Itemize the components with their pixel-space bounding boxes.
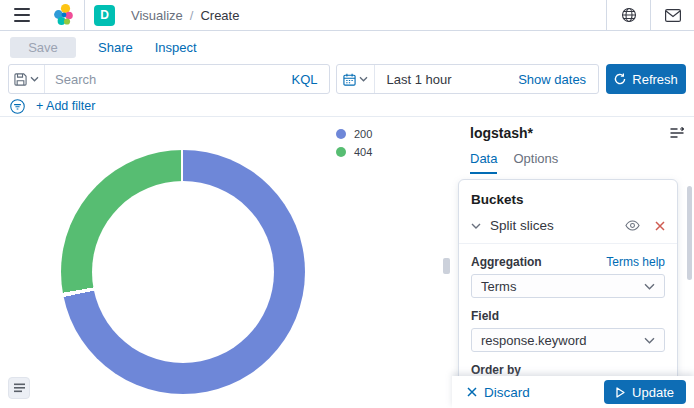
legend-swatch [336, 147, 346, 157]
donut-hole [92, 181, 274, 363]
field-label: Field [471, 309, 499, 323]
legend-label: 200 [354, 128, 372, 140]
save-icon [14, 73, 27, 86]
show-dates-button[interactable]: Show dates [518, 72, 598, 87]
panel-title-row: logstash* [470, 125, 684, 141]
legend-item[interactable]: 200 [336, 128, 372, 140]
menu-right-icon [670, 127, 684, 139]
share-button[interactable]: Share [98, 40, 133, 55]
hamburger-icon [14, 8, 30, 22]
refresh-icon [614, 73, 626, 85]
cloud-deployment-button[interactable] [607, 0, 650, 30]
close-icon [467, 387, 477, 397]
list-icon [14, 383, 25, 394]
chart-legend: 200 404 [336, 128, 372, 158]
chevron-down-icon [644, 337, 655, 344]
refresh-label: Refresh [632, 72, 678, 87]
query-bar: KQL Last 1 hour Show dates Refresh [8, 64, 686, 94]
filter-bar: + Add filter [10, 97, 95, 115]
buckets-title: Buckets [471, 192, 665, 207]
breadcrumb: Visualize / Create [131, 8, 239, 23]
save-button[interactable]: Save [10, 37, 76, 58]
filter-circle-icon [10, 99, 25, 114]
panel-scrollbar-thumb[interactable] [687, 186, 692, 280]
donut-ring[interactable] [61, 150, 305, 394]
filter-options-button[interactable] [10, 99, 25, 114]
chevron-down-icon [30, 76, 39, 82]
chevron-down-icon[interactable] [471, 223, 481, 229]
elastic-logo-icon [52, 3, 76, 27]
header-divider [84, 0, 85, 30]
split-slices-row[interactable]: Split slices [471, 218, 665, 233]
time-range-value[interactable]: Last 1 hour [375, 72, 452, 87]
update-button[interactable]: Update [604, 380, 686, 404]
mail-icon [665, 9, 681, 22]
index-pattern-title: logstash* [470, 125, 533, 141]
breadcrumb-create: Create [200, 8, 239, 23]
search-input[interactable] [45, 72, 292, 87]
aggregation-select[interactable]: Terms [471, 274, 665, 298]
order-by-label: Order by [471, 363, 521, 377]
aggregation-label: Aggregation [471, 255, 542, 269]
field-select[interactable]: response.keyword [471, 328, 665, 352]
discard-label: Discard [484, 385, 530, 400]
elastic-logo[interactable] [44, 0, 84, 30]
visualization-editor-panel: logstash* Data Options Buckets Split sli… [452, 117, 694, 408]
legend-label: 404 [354, 146, 372, 158]
legend-swatch [336, 129, 346, 139]
aggregation-value: Terms [481, 279, 516, 294]
play-icon [616, 387, 625, 398]
date-quick-select-button[interactable] [337, 65, 375, 93]
query-language-button[interactable]: KQL [292, 72, 329, 87]
breadcrumb-visualize[interactable]: Visualize [131, 8, 183, 23]
menu-button[interactable] [0, 0, 44, 30]
refresh-button[interactable]: Refresh [606, 64, 686, 94]
panel-resize-handle[interactable] [443, 258, 450, 274]
remove-bucket-button[interactable] [655, 221, 665, 231]
editor-tabs: Data Options [470, 151, 558, 174]
legend-item[interactable]: 404 [336, 146, 372, 158]
card-divider [459, 243, 677, 244]
space-avatar[interactable]: D [94, 5, 115, 26]
saved-query-menu-button[interactable] [9, 65, 45, 93]
bucket-type-label: Split slices [490, 218, 616, 233]
inspect-button[interactable]: Inspect [155, 40, 197, 55]
kibana-visualize-app: D Visualize / Create Save Share Inspect [0, 0, 694, 408]
visualization-area: 200 404 [0, 117, 452, 408]
field-value: response.keyword [481, 333, 587, 348]
discard-button[interactable]: Discard [467, 385, 530, 400]
chevron-down-icon [644, 283, 655, 290]
tab-options[interactable]: Options [513, 151, 558, 174]
field-label-row: Field [471, 309, 665, 323]
editor-footer: Discard Update [452, 376, 694, 408]
update-label: Update [632, 385, 674, 400]
newsfeed-button[interactable] [651, 0, 694, 30]
calendar-icon [343, 73, 356, 86]
time-picker: Last 1 hour Show dates [336, 64, 600, 94]
globe-icon [621, 7, 637, 23]
tab-data[interactable]: Data [470, 151, 497, 174]
add-filter-button[interactable]: + Add filter [36, 99, 95, 113]
buckets-card: Buckets Split slices Aggregation Ter [458, 179, 678, 382]
visualize-toolbar: Save Share Inspect [0, 31, 694, 64]
eye-icon [625, 220, 640, 231]
collapse-panel-button[interactable] [670, 127, 684, 139]
aggregation-label-row: Aggregation Terms help [471, 255, 665, 269]
close-icon [655, 221, 665, 231]
terms-help-link[interactable]: Terms help [606, 255, 665, 269]
breadcrumb-separator: / [190, 8, 194, 23]
toggle-visibility-button[interactable] [625, 220, 640, 231]
order-by-label-row: Order by [471, 363, 665, 377]
chevron-down-icon [359, 76, 368, 82]
global-header: D Visualize / Create [0, 0, 694, 31]
search-control: KQL [8, 64, 330, 94]
header-actions [606, 0, 694, 30]
legend-toggle-button[interactable] [8, 377, 30, 399]
